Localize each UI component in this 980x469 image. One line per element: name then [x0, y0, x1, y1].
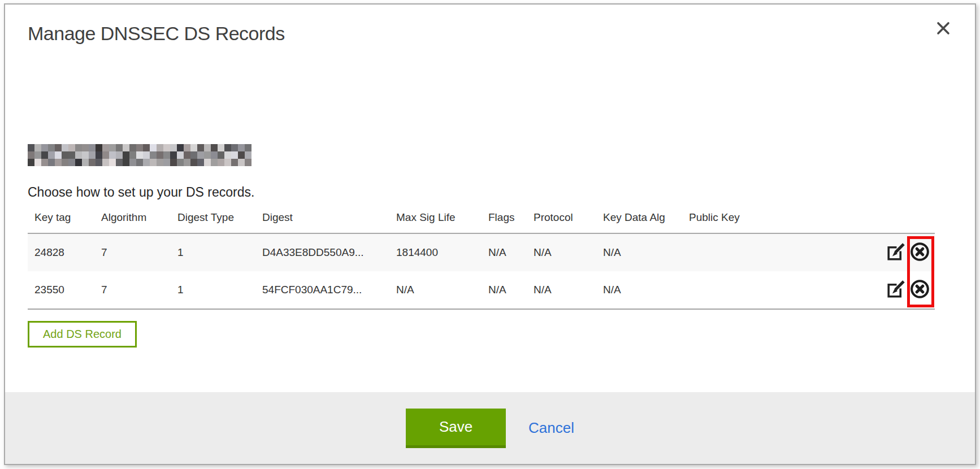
cell-digest-type: 1 [171, 284, 255, 296]
pencil-square-icon [886, 242, 906, 264]
cell-algorithm: 7 [94, 284, 171, 296]
cell-flags: N/A [482, 246, 527, 259]
save-button[interactable]: Save [406, 409, 506, 448]
edit-record-button[interactable] [885, 280, 906, 301]
modal-content: Manage DNSSEC DS Records Choose how to s… [5, 5, 975, 392]
close-button[interactable] [933, 18, 953, 38]
table-row: 23550 7 1 54FCF030AA1C79... N/A N/A N/A … [28, 271, 935, 309]
column-header-digest-type: Digest Type [171, 211, 255, 224]
cell-key-tag: 24828 [28, 246, 94, 259]
table-body: 24828 7 1 D4A33E8DD550A9... 1814400 N/A … [28, 233, 935, 310]
pencil-square-icon [886, 279, 906, 301]
cell-digest: 54FCF030AA1C79... [255, 284, 389, 296]
column-header-key-data-alg: Key Data Alg [596, 211, 682, 224]
cell-max-sig-life: 1814400 [389, 246, 482, 259]
cell-algorithm: 7 [94, 246, 171, 259]
circle-x-icon [909, 279, 930, 301]
column-header-protocol: Protocol [527, 211, 596, 224]
column-header-key-tag: Key tag [28, 211, 94, 224]
redacted-domain [28, 144, 251, 166]
row-actions [881, 242, 935, 263]
circle-x-icon [909, 241, 930, 264]
close-icon [935, 20, 951, 36]
cell-digest: D4A33E8DD550A9... [255, 246, 389, 259]
cell-max-sig-life: N/A [389, 284, 482, 296]
row-actions [881, 280, 935, 301]
page-title: Manage DNSSEC DS Records [28, 23, 975, 45]
add-ds-record-button[interactable]: Add DS Record [28, 321, 137, 348]
cell-protocol: N/A [527, 246, 596, 259]
column-header-algorithm: Algorithm [94, 211, 171, 224]
column-header-digest: Digest [255, 211, 389, 224]
delete-record-button[interactable] [909, 280, 930, 301]
modal-footer: Save Cancel [5, 392, 975, 464]
instruction-text: Choose how to set up your DS records. [28, 185, 975, 200]
ds-records-table: Key tag Algorithm Digest Type Digest Max… [28, 211, 935, 310]
cell-key-data-alg: N/A [596, 246, 682, 259]
table-header-row: Key tag Algorithm Digest Type Digest Max… [28, 211, 935, 233]
column-header-flags: Flags [482, 211, 527, 224]
cell-protocol: N/A [527, 284, 596, 296]
cell-key-tag: 23550 [28, 284, 94, 296]
cell-key-data-alg: N/A [596, 284, 682, 296]
cell-digest-type: 1 [171, 246, 255, 259]
column-header-max-sig-life: Max Sig Life [389, 211, 482, 224]
cancel-link[interactable]: Cancel [528, 419, 574, 437]
edit-record-button[interactable] [885, 242, 906, 263]
cell-flags: N/A [482, 284, 527, 296]
delete-record-button[interactable] [909, 242, 930, 263]
column-header-public-key: Public Key [682, 211, 881, 224]
manage-dnssec-modal: Manage DNSSEC DS Records Choose how to s… [4, 3, 976, 465]
table-row: 24828 7 1 D4A33E8DD550A9... 1814400 N/A … [28, 234, 935, 271]
